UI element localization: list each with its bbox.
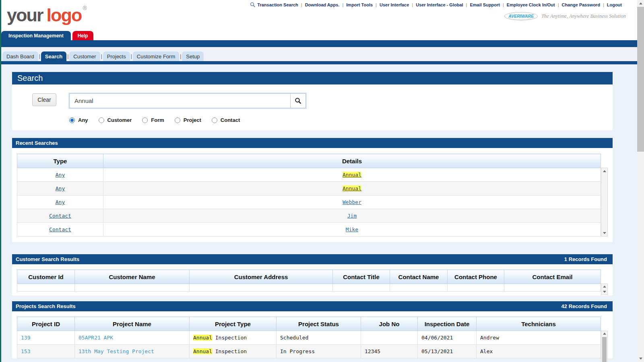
radio-project[interactable]: Project: [175, 117, 201, 123]
scrollbar-thumb[interactable]: [637, 7, 644, 152]
recent-details-cell: Webber: [103, 195, 601, 209]
scroll-up-button[interactable]: [601, 168, 607, 174]
recent-type-link[interactable]: Any: [56, 172, 65, 178]
project-name-cell: 13th May Testing Project: [75, 345, 190, 358]
radio-any[interactable]: Any: [69, 117, 88, 123]
customer-empty-cell: [17, 284, 75, 292]
logo-word-2: logo: [47, 5, 82, 25]
recent-type-link[interactable]: Contact: [49, 213, 71, 219]
search-input[interactable]: [70, 94, 290, 108]
recent-details-link[interactable]: Webber: [343, 199, 361, 205]
customer-empty-cell: [75, 284, 190, 292]
project-status-cell: Scheduled: [277, 331, 361, 345]
column-header-details: Details: [103, 154, 601, 168]
column-header-customer-id: Customer Id: [17, 270, 75, 284]
recent-table-scrollbar[interactable]: [601, 168, 608, 237]
column-header-customer-name: Customer Name: [75, 270, 190, 284]
customer-empty-cell: [333, 284, 390, 292]
spacer: [12, 242, 613, 254]
column-header-customer-address: Customer Address: [190, 270, 333, 284]
radio-contact[interactable]: Contact: [212, 117, 240, 123]
tab-setup[interactable]: Setup: [182, 51, 204, 61]
recent-searches-header: Recent Searches: [12, 138, 613, 148]
search-box: [69, 93, 306, 108]
project-id-cell: 153: [17, 345, 75, 358]
arrow-up-icon: [603, 170, 606, 172]
tab-inspection-management[interactable]: Inspection Management: [1, 31, 71, 40]
recent-details-link[interactable]: Annual: [343, 185, 361, 191]
topnav-link-download-apps[interactable]: Download Apps.: [305, 2, 340, 7]
scroll-down-button[interactable]: [601, 230, 607, 236]
column-header-contact-name: Contact Name: [390, 270, 448, 284]
search-submit-button[interactable]: [290, 94, 305, 108]
column-header-project-id: Project ID: [17, 317, 75, 331]
project-id-link[interactable]: 139: [21, 335, 30, 341]
topnav-link-logout[interactable]: Logout: [607, 2, 622, 7]
column-header-contact-phone: Contact Phone: [448, 270, 504, 284]
search-section-header: Search: [12, 72, 613, 84]
recent-details-link[interactable]: Jim: [347, 213, 357, 219]
recent-details-link[interactable]: Mike: [346, 226, 358, 232]
recent-searches-body: AnyAnnualAnyAnnualAnyWebberContactJimCon…: [17, 168, 601, 237]
scroll-up-button[interactable]: [601, 284, 607, 289]
scroll-down-button[interactable]: [601, 289, 607, 294]
customer-results-title: Customer Search Results: [16, 256, 79, 262]
project-type-rest: Inspection: [212, 348, 247, 354]
tab-help[interactable]: Help: [72, 31, 93, 40]
topnav-link-change-password[interactable]: Change Password: [562, 2, 600, 7]
recent-details-link[interactable]: Annual: [343, 172, 361, 178]
scroll-up-button[interactable]: [637, 0, 644, 7]
project-results-title: Projects Search Results: [16, 303, 76, 309]
topnav-link-employee-clock-in-out[interactable]: Employee Clock In/Out: [507, 2, 555, 7]
topnav-link-import-tools[interactable]: Import Tools: [346, 2, 373, 7]
project-name-link[interactable]: 05APR21 APK: [78, 335, 113, 341]
project-name-link[interactable]: 13th May Testing Project: [78, 348, 154, 354]
recent-searches-tablewrap: TypeDetails AnyAnnualAnyAnnualAnyWebberC…: [17, 154, 608, 237]
customer-empty-cell: [390, 284, 448, 292]
tab-search[interactable]: Search: [41, 51, 66, 61]
project-table-scrollbar[interactable]: [601, 331, 608, 362]
recent-search-row: AnyAnnual: [17, 182, 601, 195]
radio-circle-icon: [69, 117, 75, 123]
page: Transaction Search|Download Apps.|Import…: [1, 0, 637, 362]
topnav-link-user-interface[interactable]: User Interface: [380, 2, 409, 7]
recent-type-link[interactable]: Contact: [49, 226, 71, 232]
recent-searches-title: Recent Searches: [16, 140, 58, 146]
recent-search-row: ContactJim: [17, 209, 601, 223]
recent-search-row: AnyWebber: [17, 195, 601, 209]
project-name-cell: 05APR21 APK: [75, 331, 190, 345]
recent-type-link[interactable]: Any: [56, 199, 65, 205]
topnav-link-email-support[interactable]: Email Support: [470, 2, 500, 7]
arrow-down-icon: [603, 232, 606, 234]
tab-dash-board[interactable]: Dash Board: [2, 51, 38, 61]
search-panel: Clear AnyCustomerFormProjectContact: [12, 84, 613, 130]
scrollbar-thumb[interactable]: [602, 337, 607, 362]
tab-projects[interactable]: Projects: [103, 51, 130, 61]
page-scrollbar[interactable]: [637, 0, 644, 362]
technicians-cell: Alex: [477, 345, 601, 358]
tab-customer[interactable]: Customer: [69, 51, 100, 61]
topnav-link-transaction-search[interactable]: Transaction Search: [257, 2, 298, 7]
customer-empty-cell: [448, 284, 504, 292]
radio-label: Form: [151, 117, 164, 123]
arrow-up-icon: [603, 333, 606, 335]
project-results-header-row: Project IDProject NameProject TypeProjec…: [17, 317, 601, 331]
scroll-up-button[interactable]: [601, 331, 607, 337]
radio-customer[interactable]: Customer: [99, 117, 132, 123]
column-header-type: Type: [17, 154, 103, 168]
radio-form[interactable]: Form: [142, 117, 164, 123]
recent-type-link[interactable]: Any: [56, 185, 65, 191]
logo-word-1: your: [7, 5, 43, 25]
tab-customize-form[interactable]: Customize Form: [133, 51, 179, 61]
clear-button[interactable]: Clear: [32, 93, 56, 106]
topnav-link-user-interface-global[interactable]: User Interface - Global: [416, 2, 463, 7]
app-tabs: Inspection Management Help: [1, 31, 637, 40]
scroll-down-button[interactable]: [637, 355, 644, 362]
customer-table-scrollbar[interactable]: [601, 284, 608, 295]
topnav-separator: |: [412, 2, 413, 7]
project-id-link[interactable]: 153: [21, 348, 30, 354]
search-title: Search: [17, 74, 43, 83]
recent-searches-panel: TypeDetails AnyAnnualAnyAnnualAnyWebberC…: [12, 148, 613, 242]
content-area: Search Clear AnyCustomerFormProjectConta…: [1, 64, 637, 362]
project-results-body: 13905APR21 APKAnnual InspectionScheduled…: [17, 331, 601, 358]
